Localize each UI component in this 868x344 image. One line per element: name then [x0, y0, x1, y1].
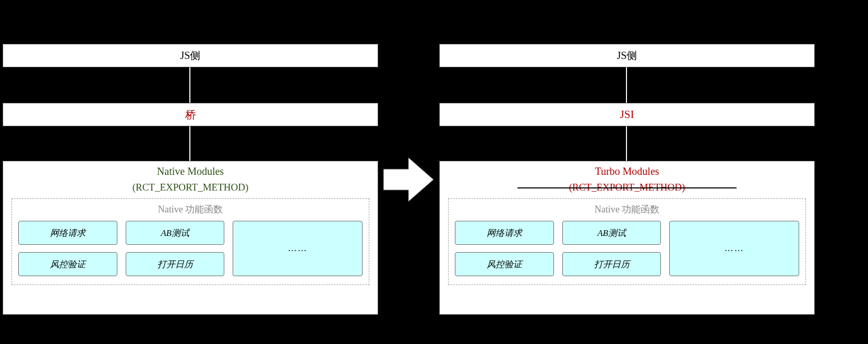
right-jsi-label: JSI	[620, 108, 634, 121]
left-connector-2	[189, 126, 190, 161]
right-modules-subtitle: (RCT_EXPORT_METHOD)	[440, 182, 814, 193]
left-connector-1	[189, 67, 190, 103]
left-func-abtest: AB测试	[126, 221, 225, 245]
left-func-grid: 网络请求 风控验证 AB测试 打开日历 ……	[18, 221, 363, 276]
right-func-abtest: AB测试	[562, 221, 661, 245]
right-js-box: JS侧	[439, 44, 815, 67]
left-bridge-label: 桥	[185, 108, 196, 122]
strikethrough-line	[517, 187, 737, 188]
left-func-risk: 风控验证	[18, 252, 117, 276]
right-func-title: Native 功能函数	[455, 203, 799, 216]
right-connector-2	[626, 126, 627, 161]
left-modules-subtitle: (RCT_EXPORT_METHOD)	[3, 182, 378, 193]
right-modules-title: Turbo Modules	[440, 165, 814, 177]
right-func-calendar: 打开日历	[562, 252, 661, 276]
right-func-risk: 风控验证	[455, 252, 554, 276]
transition-arrow-icon	[383, 158, 433, 201]
left-func-calendar: 打开日历	[126, 252, 225, 276]
left-js-label: JS侧	[180, 49, 201, 63]
left-modules-box: Native Modules (RCT_EXPORT_METHOD) Nativ…	[3, 161, 378, 315]
right-func-network: 网络请求	[455, 221, 554, 245]
right-func-grid: 网络请求 风控验证 AB测试 打开日历 ……	[455, 221, 799, 276]
left-bridge-box: 桥	[3, 103, 378, 126]
right-js-label: JS侧	[617, 49, 637, 63]
right-connector-1	[626, 67, 627, 103]
left-func-more: ……	[233, 221, 363, 276]
left-func-network: 网络请求	[18, 221, 117, 245]
svg-marker-0	[383, 158, 433, 201]
right-jsi-box: JSI	[439, 103, 815, 126]
left-js-box: JS侧	[3, 44, 378, 67]
left-func-title: Native 功能函数	[18, 203, 363, 216]
left-modules-title: Native Modules	[3, 165, 378, 177]
right-func-more: ……	[669, 221, 799, 276]
left-func-frame: Native 功能函数 网络请求 风控验证 AB测试 打开日历 ……	[11, 198, 369, 285]
right-modules-box: Turbo Modules (RCT_EXPORT_METHOD) Native…	[439, 161, 815, 315]
right-func-frame: Native 功能函数 网络请求 风控验证 AB测试 打开日历 ……	[448, 198, 806, 285]
